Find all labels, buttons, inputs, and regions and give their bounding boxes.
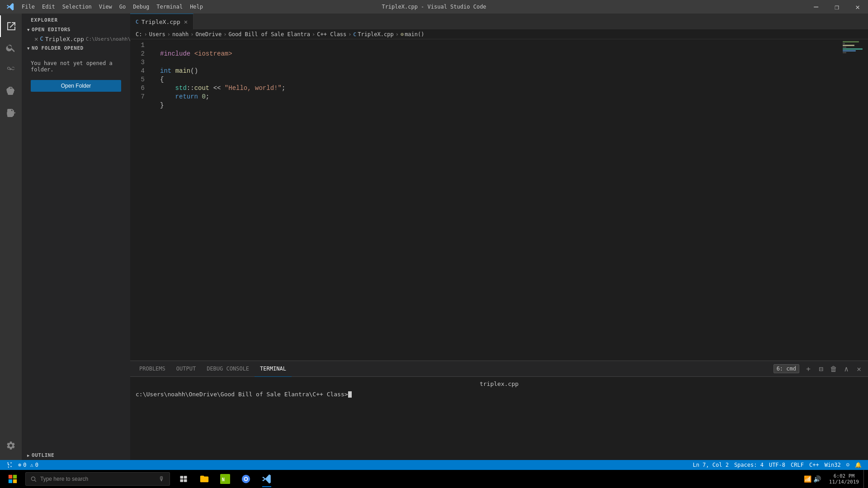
- mini-line-6: [843, 50, 856, 52]
- open-editors-section[interactable]: ▼ OPEN EDITORS: [22, 25, 130, 34]
- outline-label: OUTLINE: [32, 452, 54, 458]
- open-editors-chevron: ▼: [27, 28, 30, 32]
- menu-debug[interactable]: Debug: [129, 0, 153, 14]
- editor-tab-triplex[interactable]: C TripleX.cpp ✕: [130, 14, 193, 29]
- clock[interactable]: 6:02 PM 11/14/2019: [825, 470, 863, 488]
- panel: PROBLEMS OUTPUT DEBUG CONSOLE TERMINAL 6…: [130, 361, 868, 460]
- tab-problems[interactable]: PROBLEMS: [134, 361, 171, 377]
- notifications-status[interactable]: 🔔: [852, 460, 864, 470]
- line-ending-status[interactable]: CRLF: [788, 460, 807, 470]
- title-bar: File Edit Selection View Go Debug Termin…: [0, 0, 868, 14]
- sidebar-item-extensions[interactable]: [0, 102, 22, 124]
- line-num-4: 4: [130, 67, 148, 75]
- svg-line-5: [34, 480, 36, 482]
- outline-section[interactable]: ▶ OUTLINE: [22, 450, 130, 460]
- encoding-status[interactable]: UTF-8: [766, 460, 788, 470]
- sidebar-item-debug[interactable]: [0, 80, 22, 102]
- vscode-logo-icon: [4, 3, 17, 11]
- nvidia-taskbar-icon[interactable]: N: [215, 470, 235, 488]
- terminal-prompt: c:\Users\noahh\OneDrive\Good Bill of Sal…: [136, 391, 863, 398]
- line-num-6: 6: [130, 84, 148, 93]
- minimap: [841, 39, 868, 361]
- mini-line-7: [843, 52, 846, 53]
- menu-selection[interactable]: Selection: [59, 0, 95, 14]
- minimap-lines: [841, 39, 868, 56]
- line-num-2: 2: [130, 50, 148, 58]
- errors-status[interactable]: ⊗ 0 ⚠ 0: [15, 460, 41, 470]
- settings-icon[interactable]: [0, 435, 22, 456]
- mini-line-2: [843, 43, 845, 44]
- panel-close-button[interactable]: ✕: [854, 363, 864, 374]
- tab-close-button[interactable]: ✕: [184, 18, 188, 25]
- file-close-icon[interactable]: ✕: [34, 35, 38, 42]
- menu-edit[interactable]: Edit: [38, 0, 59, 14]
- language-status[interactable]: C++: [807, 460, 822, 470]
- bc-users[interactable]: Users: [149, 31, 165, 38]
- taskbar-search-bar[interactable]: 🎙: [25, 472, 170, 486]
- taskbar-right: 📶 🔊 6:02 PM 11/14/2019: [800, 470, 866, 488]
- bc-noahh[interactable]: noahh: [172, 31, 189, 38]
- no-folder-section: ▼ NO FOLDER OPENED: [22, 43, 130, 53]
- system-tray[interactable]: 📶 🔊: [800, 470, 825, 488]
- tab-terminal[interactable]: TERMINAL: [255, 361, 292, 377]
- close-button[interactable]: ✕: [847, 0, 868, 14]
- panel-tabs: PROBLEMS OUTPUT DEBUG CONSOLE TERMINAL 6…: [130, 361, 868, 377]
- windows-explorer-taskbar-icon[interactable]: [194, 470, 214, 488]
- line-num-1: 1: [130, 41, 148, 50]
- menu-go[interactable]: Go: [116, 0, 129, 14]
- panel-collapse-button[interactable]: ∧: [841, 363, 852, 374]
- mini-line-4: [843, 47, 846, 48]
- bc-main[interactable]: ⊙main(): [401, 31, 425, 38]
- sidebar-item-source-control[interactable]: [0, 59, 22, 80]
- line-col-status[interactable]: Ln 7, Col 2: [690, 460, 731, 470]
- sidebar-item-search[interactable]: [0, 37, 22, 59]
- bc-onedrive[interactable]: OneDrive: [195, 31, 222, 38]
- task-view-button[interactable]: [174, 470, 193, 488]
- terminal-dropdown[interactable]: 6: cmd: [774, 364, 799, 373]
- taskbar-search-input[interactable]: [40, 476, 155, 482]
- terminal-content[interactable]: triplex.cpp c:\Users\noahh\OneDrive\Good…: [130, 377, 868, 460]
- maximize-button[interactable]: ❐: [826, 0, 847, 14]
- svg-text:N: N: [222, 477, 225, 482]
- status-bar: ⊗ 0 ⚠ 0 Ln 7, Col 2 Spaces: 4 UTF-8 CRLF…: [0, 460, 868, 470]
- bc-goodbill[interactable]: Good Bill of Sale Elantra: [228, 31, 310, 38]
- start-button[interactable]: [2, 470, 24, 488]
- bc-cppclass[interactable]: C++ Class: [317, 31, 346, 38]
- sidebar-item-explorer[interactable]: [0, 15, 22, 37]
- git-branch-status[interactable]: [4, 460, 15, 470]
- tab-debug-console[interactable]: DEBUG CONSOLE: [201, 361, 255, 377]
- file-item-triplex[interactable]: ✕ C TripleX.cpp C:\Users\noahh\OneDri...: [22, 34, 130, 43]
- breadcrumb: C: › Users › noahh › OneDrive › Good Bil…: [130, 29, 868, 39]
- minimize-button[interactable]: ─: [806, 0, 826, 14]
- mini-line-3: [843, 45, 854, 46]
- menu-file[interactable]: File: [18, 0, 38, 14]
- activity-bar: [0, 14, 22, 460]
- bc-drive[interactable]: C:: [136, 31, 142, 38]
- mini-line-1: [843, 41, 859, 42]
- svg-rect-8: [180, 479, 184, 482]
- bc-file[interactable]: CTripleX.cpp: [354, 31, 394, 38]
- svg-rect-6: [180, 476, 184, 479]
- spaces-status[interactable]: Spaces: 4: [731, 460, 766, 470]
- show-desktop-button[interactable]: [863, 470, 866, 488]
- new-terminal-button[interactable]: +: [803, 363, 814, 374]
- code-editor[interactable]: 1 2 3 4 5 6 7 #include <iostream> int ma…: [130, 39, 841, 361]
- main-layout: EXPLORER ▼ OPEN EDITORS ✕ C TripleX.cpp …: [0, 14, 868, 460]
- code-content[interactable]: #include <iostream> int main() { std::co…: [153, 39, 841, 361]
- menu-help[interactable]: Help: [186, 0, 207, 14]
- split-terminal-button[interactable]: ⊟: [816, 363, 826, 374]
- menu-terminal[interactable]: Terminal: [153, 0, 186, 14]
- kill-terminal-button[interactable]: 🗑: [828, 363, 839, 374]
- feedback-status[interactable]: ☺: [844, 460, 852, 470]
- vscode-taskbar-icon[interactable]: [257, 470, 277, 488]
- tab-output[interactable]: OUTPUT: [171, 361, 201, 377]
- chrome-taskbar-icon[interactable]: [236, 470, 256, 488]
- cortana-mic-icon[interactable]: 🎙: [159, 475, 165, 483]
- window-controls: ─ ❐ ✕: [806, 0, 868, 14]
- svg-rect-7: [184, 476, 187, 479]
- open-folder-button[interactable]: Open Folder: [31, 80, 121, 92]
- menu-view[interactable]: View: [95, 0, 116, 14]
- taskbar: 🎙 N 📶 🔊 6:02 PM 11/14/2019: [0, 470, 868, 488]
- platform-status[interactable]: Win32: [822, 460, 844, 470]
- tab-cpp-icon: C: [136, 19, 139, 25]
